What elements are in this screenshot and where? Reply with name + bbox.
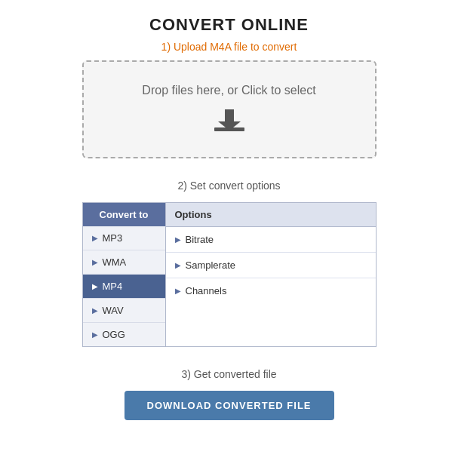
arrow-icon-wma: ▶: [92, 258, 98, 266]
convert-panel: Convert to ▶ MP3 ▶ WMA ▶ MP4 ▶ WAV ▶ OGG…: [82, 202, 377, 347]
option-bitrate[interactable]: ▶ Bitrate: [166, 227, 376, 253]
channels-arrow-icon: ▶: [175, 287, 181, 295]
step-options-label: 2) Set convert options: [177, 180, 280, 192]
download-button[interactable]: DOWNLOAD CONVERTED FILE: [124, 391, 334, 420]
page-title: CONVERT ONLINE: [149, 15, 309, 35]
option-samplerate[interactable]: ▶ Samplerate: [166, 253, 376, 278]
options-header: Options: [166, 203, 376, 227]
bitrate-arrow-icon: ▶: [175, 235, 181, 244]
upload-icon: [213, 108, 246, 135]
arrow-icon-ogg: ▶: [92, 330, 98, 339]
dropzone-text: Drop files here, or Click to select: [142, 84, 315, 97]
samplerate-arrow-icon: ▶: [175, 261, 181, 269]
format-list: Convert to ▶ MP3 ▶ WMA ▶ MP4 ▶ WAV ▶ OGG: [83, 203, 166, 346]
step-download-label: 3) Get converted file: [181, 368, 276, 380]
format-item-mp4[interactable]: ▶ MP4: [83, 275, 165, 299]
format-item-ogg[interactable]: ▶ OGG: [83, 323, 165, 346]
option-channels[interactable]: ▶ Channels: [166, 278, 376, 303]
options-panel: Options ▶ Bitrate ▶ Samplerate ▶ Channel…: [166, 203, 376, 346]
arrow-icon-mp3: ▶: [92, 234, 98, 242]
format-list-header: Convert to: [83, 203, 165, 226]
format-item-wma[interactable]: ▶ WMA: [83, 250, 165, 275]
format-item-wav[interactable]: ▶ WAV: [83, 299, 165, 323]
arrow-icon-wav: ▶: [92, 306, 98, 315]
format-item-mp3[interactable]: ▶ MP3: [83, 226, 165, 250]
arrow-icon-mp4: ▶: [92, 282, 98, 290]
step-upload-label: 1) Upload M4A file to convert: [161, 41, 297, 53]
svg-rect-1: [225, 109, 234, 121]
file-dropzone[interactable]: Drop files here, or Click to select: [82, 60, 377, 158]
